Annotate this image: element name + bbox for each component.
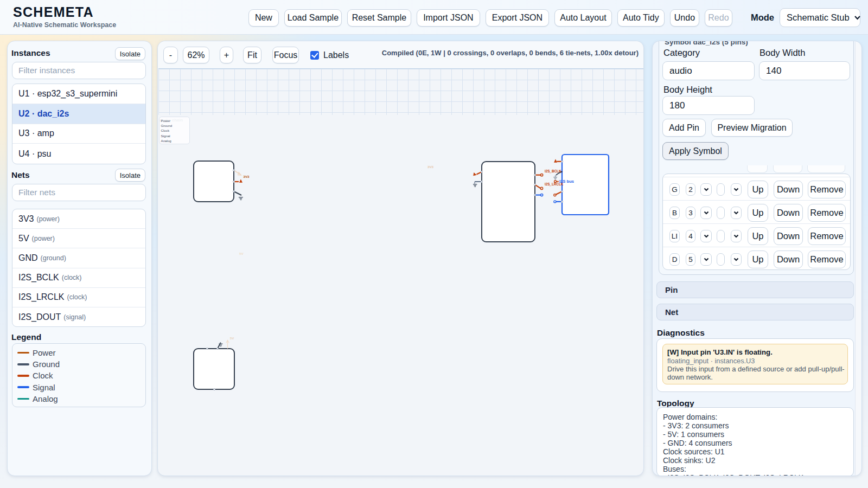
svg-text:3V3: 3V3 [244,175,250,178]
svg-text:I2S_LRCLK: I2S_LRCLK [545,182,564,186]
svg-text:I2S_BCLK: I2S_BCLK [545,169,561,173]
svg-text:3V3: 3V3 [427,165,434,169]
svg-text:5V: 5V [230,336,234,340]
svg-text:5V: 5V [239,252,244,255]
